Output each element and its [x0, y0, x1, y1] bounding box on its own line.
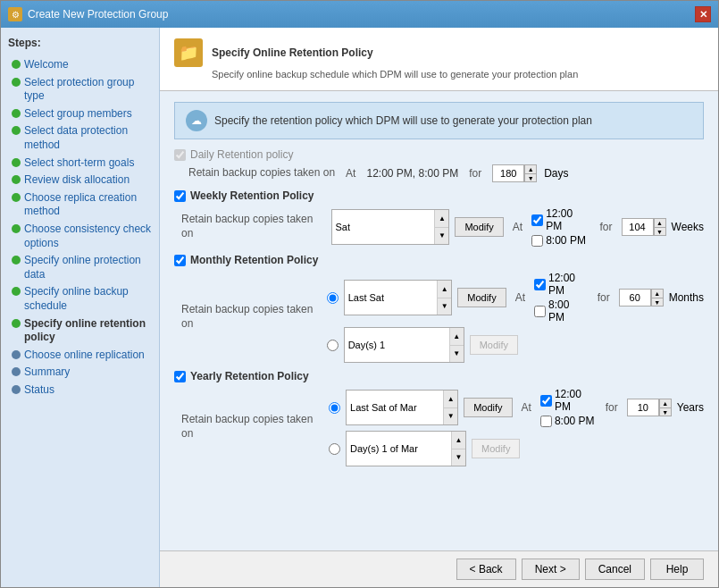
yearly-years-down[interactable]: ▼ [659, 407, 672, 416]
sidebar-item-online-data[interactable]: Specify online protection data [8, 252, 152, 283]
close-button[interactable]: ✕ [695, 6, 711, 22]
sidebar-item-status[interactable]: Status [8, 382, 152, 399]
yearly-select2[interactable]: Day(s) 1 of Mar ▲ ▼ [346, 431, 466, 466]
yearly-select1[interactable]: Last Sat of Mar ▲ ▼ [346, 390, 458, 425]
sidebar-label: Select short-term goals [24, 156, 134, 171]
daily-days-down[interactable]: ▼ [524, 173, 537, 182]
monthly-modify-button[interactable]: Modify [457, 288, 506, 307]
next-button[interactable]: Next > [522, 559, 580, 580]
yearly-time2: 8:00 PM [555, 415, 595, 427]
yearly-years-up[interactable]: ▲ [659, 399, 672, 407]
yearly-time1-checkbox[interactable] [540, 395, 552, 407]
weekly-time1-checkbox[interactable] [531, 214, 543, 226]
help-button[interactable]: Help [650, 559, 704, 580]
monthly-months-up[interactable]: ▲ [651, 289, 664, 298]
monthly-select1-down[interactable]: ▼ [438, 298, 451, 315]
sidebar-item-replica[interactable]: Choose replica creation method [8, 189, 152, 221]
window-title: Create New Protection Group [28, 8, 168, 21]
monthly-checkbox[interactable] [174, 255, 186, 266]
weekly-select-down[interactable]: ▼ [435, 228, 448, 245]
yearly-select2-down[interactable]: ▼ [452, 449, 465, 466]
monthly-select1[interactable]: Last Sat ▲ ▼ [344, 280, 453, 315]
footer: < Back Next > Cancel Help [160, 550, 718, 587]
monthly-radio2[interactable] [327, 340, 339, 351]
weekly-modify-button[interactable]: Modify [455, 217, 503, 237]
yearly-select2-up[interactable]: ▲ [452, 432, 465, 449]
daily-checkbox[interactable] [174, 149, 186, 161]
step-indicator [12, 256, 21, 265]
monthly-select1-up[interactable]: ▲ [438, 281, 451, 298]
step-indicator [12, 224, 21, 233]
weekly-select-up[interactable]: ▲ [435, 210, 448, 228]
yearly-select1-down[interactable]: ▼ [444, 408, 457, 425]
monthly-months-input[interactable] [619, 289, 651, 307]
yearly-section: Yearly Retention Policy Retain backup co… [174, 370, 704, 466]
sidebar-item-data-protection[interactable]: Select data protection method [8, 122, 152, 154]
sidebar-item-short-term[interactable]: Select short-term goals [8, 155, 152, 172]
daily-at-label: At [346, 167, 355, 180]
yearly-spinner-buttons: ▲ ▼ [659, 399, 672, 416]
daily-unit: Days [544, 167, 568, 180]
weekly-checkbox[interactable] [174, 190, 186, 202]
weekly-time2: 8:00 PM [546, 234, 586, 247]
sidebar-item-online-retention: Specify online retention policy [8, 315, 152, 347]
weekly-weeks-up[interactable]: ▲ [654, 218, 666, 227]
monthly-months-down[interactable]: ▼ [651, 298, 664, 307]
yearly-radio1[interactable] [329, 402, 340, 414]
monthly-modify2-button-disabled: Modify [470, 335, 518, 355]
daily-retain-label: Retain backup copies taken on [188, 166, 335, 181]
header-title-row: 📁 Specify Online Retention Policy [174, 38, 704, 67]
monthly-time2-checkbox[interactable] [534, 306, 546, 317]
weekly-time1: 12:00 PM [546, 207, 590, 232]
monthly-select2[interactable]: Day(s) 1 ▲ ▼ [344, 327, 464, 363]
title-bar: ⚙ Create New Protection Group ✕ [1, 1, 718, 28]
content-area: Steps: Welcome Select protection group t… [1, 28, 718, 587]
header-icon: 📁 [174, 38, 203, 67]
yearly-row: Retain backup copies taken on Last Sat o… [181, 388, 704, 466]
policy-description-banner: ☁ Specify the retention policy which DPM… [174, 102, 704, 139]
weekly-header: Weekly Retention Policy [174, 189, 704, 202]
weekly-time2-checkbox[interactable] [531, 235, 543, 247]
sidebar-item-online-replication[interactable]: Choose online replication [8, 347, 152, 365]
sidebar-label: Choose consistency check options [24, 223, 152, 250]
weekly-weeks-input[interactable] [622, 218, 654, 236]
daily-days-input[interactable] [492, 164, 524, 182]
cancel-button[interactable]: Cancel [585, 559, 645, 580]
sidebar-item-protection-type[interactable]: Select protection group type [8, 74, 152, 105]
sidebar-label: Specify online backup schedule [24, 285, 152, 313]
sidebar-item-online-schedule[interactable]: Specify online backup schedule [8, 283, 152, 315]
step-indicator [12, 60, 21, 69]
monthly-select1-arrows: ▲ ▼ [437, 281, 451, 315]
monthly-radio1[interactable] [327, 292, 339, 304]
step-indicator [12, 319, 21, 328]
back-button[interactable]: < Back [456, 559, 516, 580]
weekly-select-arrows: ▲ ▼ [434, 210, 448, 244]
daily-label: Daily Retention policy [190, 148, 293, 161]
monthly-select2-down[interactable]: ▼ [450, 346, 464, 363]
weekly-time2-row: 8:00 PM [531, 234, 590, 247]
daily-spinner-buttons: ▲ ▼ [524, 164, 537, 182]
monthly-label: Monthly Retention Policy [190, 254, 318, 266]
sidebar-item-disk-allocation[interactable]: Review disk allocation [8, 172, 152, 189]
weekly-weeks-down[interactable]: ▼ [654, 227, 666, 236]
weekly-day-select[interactable]: Sat ▲ ▼ [331, 209, 450, 245]
sidebar-label: Select data protection method [24, 124, 152, 152]
yearly-checkbox[interactable] [174, 371, 186, 382]
yearly-years-input[interactable] [627, 399, 659, 416]
daily-days-up[interactable]: ▲ [524, 164, 537, 173]
monthly-spinner-buttons: ▲ ▼ [651, 289, 664, 307]
sidebar-item-group-members[interactable]: Select group members [8, 105, 152, 123]
yearly-radio2[interactable] [329, 443, 340, 455]
yearly-select1-up[interactable]: ▲ [444, 391, 457, 408]
yearly-modify-button[interactable]: Modify [464, 398, 512, 417]
sidebar-label: Review disk allocation [24, 173, 130, 188]
monthly-at-label: At [515, 291, 525, 304]
step-indicator [12, 367, 21, 376]
yearly-time2-checkbox[interactable] [540, 416, 552, 427]
sidebar-item-summary[interactable]: Summary [8, 364, 152, 382]
monthly-select2-up[interactable]: ▲ [450, 328, 464, 346]
sidebar-item-consistency[interactable]: Choose consistency check options [8, 221, 152, 252]
page-title: Specify Online Retention Policy [212, 46, 373, 59]
sidebar-item-welcome[interactable]: Welcome [8, 56, 152, 74]
monthly-time1-checkbox[interactable] [534, 279, 546, 290]
